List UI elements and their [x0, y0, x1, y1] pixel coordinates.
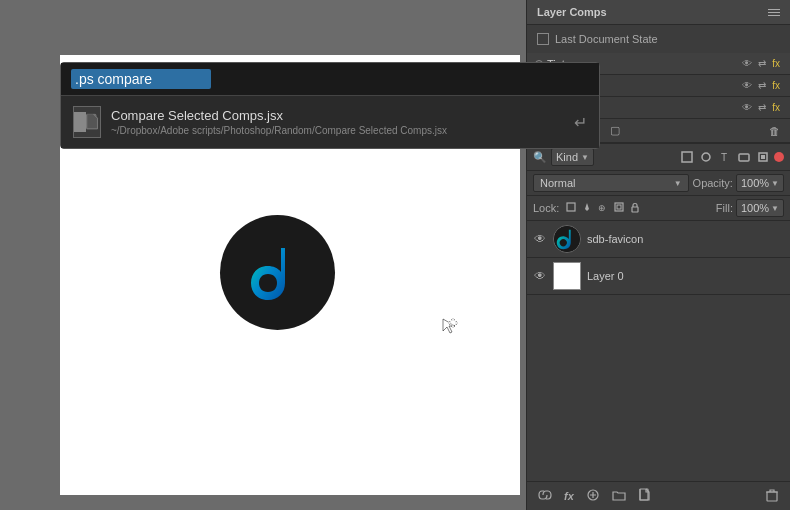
comp-icons: 👁 ⇄ fx	[740, 57, 782, 70]
layer-row-0[interactable]: 👁 Layer 0	[527, 258, 790, 295]
bottom-document-icon[interactable]	[635, 486, 655, 506]
lock-label: Lock:	[533, 202, 559, 214]
script-info: Compare Selected Comps.jsx ~/Dropbox/Ado…	[111, 108, 564, 136]
lock-all-icon[interactable]	[629, 201, 641, 215]
svg-rect-20	[640, 489, 648, 500]
filter-pixel-icon[interactable]	[679, 149, 695, 165]
comp-tool-frame[interactable]: ▢	[608, 123, 622, 138]
filter-shape-icon[interactable]	[736, 149, 752, 165]
filter-icons: T	[679, 149, 784, 165]
layer-comps-title: Layer Comps	[537, 6, 768, 18]
script-return-icon: ↵	[574, 113, 587, 132]
fill-label: Fill:	[716, 202, 733, 214]
opacity-dropdown[interactable]: 100% ▼	[736, 174, 784, 192]
filter-dropdown[interactable]: Kind ▼	[551, 148, 594, 166]
comp-eye-icon[interactable]: 👁	[740, 57, 754, 70]
fill-section: Fill: 100% ▼	[716, 199, 784, 217]
svg-marker-1	[451, 326, 455, 328]
comp-eye-icon-2[interactable]: 👁	[740, 79, 754, 92]
opacity-section: Opacity: 100% ▼	[693, 174, 784, 192]
svg-rect-10	[739, 154, 749, 161]
bottom-folder-icon[interactable]	[609, 486, 629, 506]
fill-dropdown[interactable]: 100% ▼	[736, 199, 784, 217]
layer-list: 👁 sdb-favicon	[527, 221, 790, 481]
filter-kind-label: Kind	[556, 151, 578, 163]
svg-marker-3	[456, 321, 458, 325]
svg-rect-15	[615, 203, 623, 211]
layer-thumb-favicon	[553, 225, 581, 253]
lock-row: Lock: ⊕ Fill:	[527, 196, 790, 221]
filter-chevron-icon: ▼	[581, 153, 589, 162]
layer-row-favicon[interactable]: 👁 sdb-favicon	[527, 221, 790, 258]
last-doc-state-checkbox[interactable]	[537, 33, 549, 45]
bottom-link-icon[interactable]	[535, 486, 555, 506]
layer-visibility-0[interactable]: 👁	[533, 269, 547, 283]
svg-marker-2	[448, 321, 450, 325]
lock-move-icon[interactable]: ⊕	[597, 201, 609, 215]
script-search-bar	[61, 63, 599, 96]
bottom-fx-icon[interactable]: fx	[561, 488, 577, 504]
svg-rect-12	[761, 155, 765, 159]
layer-visibility-favicon[interactable]: 👁	[533, 232, 547, 246]
layer-name-favicon: sdb-favicon	[587, 233, 784, 245]
lock-pixel-icon[interactable]	[565, 201, 577, 215]
filter-search-icon: 🔍	[533, 151, 547, 164]
comp-fx-icon[interactable]: fx	[770, 57, 782, 70]
fill-value: 100%	[741, 202, 769, 214]
lock-icons: ⊕	[565, 201, 641, 215]
script-result-item[interactable]: Compare Selected Comps.jsx ~/Dropbox/Ado…	[61, 96, 599, 148]
script-dialog: Compare Selected Comps.jsx ~/Dropbox/Ado…	[60, 62, 600, 149]
bottom-trash-icon[interactable]	[762, 486, 782, 506]
blend-chevron-icon: ▼	[674, 179, 682, 188]
last-doc-state-label: Last Document State	[555, 33, 658, 45]
svg-text:T: T	[721, 152, 727, 163]
filter-smart-icon[interactable]	[755, 149, 771, 165]
filter-type-icon[interactable]: T	[717, 149, 733, 165]
cursor	[439, 315, 459, 335]
svg-marker-0	[451, 318, 455, 320]
script-file-icon	[73, 106, 101, 138]
filter-red-dot	[774, 152, 784, 162]
bottom-toolbar: fx	[527, 481, 790, 510]
comp-tool-trash[interactable]: 🗑	[767, 124, 782, 138]
opacity-label: Opacity:	[693, 177, 733, 189]
favicon-circle	[220, 215, 335, 330]
layer-thumb-white	[553, 262, 581, 290]
opacity-value: 100%	[741, 177, 769, 189]
script-path: ~/Dropbox/Adobe scripts/Photoshop/Random…	[111, 125, 564, 136]
lock-artboard-icon[interactable]	[613, 201, 625, 215]
blend-mode-dropdown[interactable]: Normal ▼	[533, 174, 689, 192]
comp-arrows-icon[interactable]: ⇄	[756, 57, 768, 70]
script-search-input[interactable]	[71, 69, 211, 89]
svg-rect-13	[567, 203, 575, 211]
comp-fx-icon-2[interactable]: fx	[770, 79, 782, 92]
comp-arrows-icon-3[interactable]: ⇄	[756, 101, 768, 114]
opacity-chevron-icon: ▼	[771, 179, 779, 188]
svg-rect-17	[632, 207, 638, 212]
blend-mode-label: Normal	[540, 177, 671, 189]
svg-rect-7	[682, 152, 692, 162]
bottom-circle-icon[interactable]	[583, 486, 603, 506]
favicon-svg	[243, 238, 313, 308]
panel-menu-button[interactable]	[768, 9, 780, 16]
comp-icons-3: 👁 ⇄ fx	[740, 101, 782, 114]
comp-fx-icon-3[interactable]: fx	[770, 101, 782, 114]
blend-opacity-row: Normal ▼ Opacity: 100% ▼	[527, 171, 790, 196]
svg-text:⊕: ⊕	[598, 203, 606, 213]
lock-paint-icon[interactable]	[581, 201, 593, 215]
layer-name-0: Layer 0	[587, 270, 784, 282]
filter-adjust-icon[interactable]	[698, 149, 714, 165]
comp-icons-2: 👁 ⇄ fx	[740, 79, 782, 92]
script-name: Compare Selected Comps.jsx	[111, 108, 564, 123]
last-doc-state-row: Last Document State	[527, 25, 790, 53]
comp-eye-icon-3[interactable]: 👁	[740, 101, 754, 114]
svg-point-8	[702, 153, 710, 161]
fill-chevron-icon: ▼	[771, 204, 779, 213]
layer-comps-header: Layer Comps	[527, 0, 790, 25]
svg-rect-21	[767, 492, 777, 501]
layers-panel: 🔍 Kind ▼ T	[527, 144, 790, 510]
svg-rect-16	[617, 205, 621, 209]
comp-arrows-icon-2[interactable]: ⇄	[756, 79, 768, 92]
